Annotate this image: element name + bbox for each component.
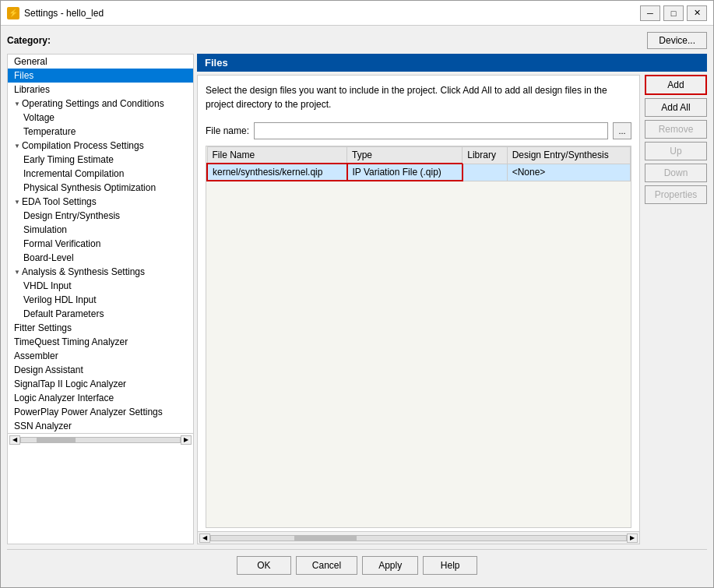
app-icon: ⚡ <box>7 7 19 19</box>
sidebar-item-operating-settings[interactable]: ▼ Operating Settings and Conditions <box>8 97 193 111</box>
up-button[interactable]: Up <box>645 142 707 160</box>
sidebar-scrollbar[interactable]: ◀ ▶ <box>8 433 193 445</box>
add-all-button[interactable]: Add All <box>645 98 707 117</box>
table-row[interactable]: kernel/synthesis/kernel.qip IP Variation… <box>207 164 631 181</box>
cancel-button[interactable]: Cancel <box>296 556 357 575</box>
category-label: Category: <box>7 35 51 46</box>
sidebar-item-files[interactable]: Files <box>8 69 193 83</box>
sidebar-item-formal-verification[interactable]: Formal Verification <box>8 237 193 251</box>
remove-button[interactable]: Remove <box>645 120 707 139</box>
sidebar-item-libraries[interactable]: Libraries <box>8 83 193 97</box>
col-type: Type <box>347 147 463 164</box>
sidebar-item-general[interactable]: General <box>8 55 193 69</box>
sidebar-item-vhdl-input[interactable]: VHDL Input <box>8 279 193 293</box>
add-button[interactable]: Add <box>645 75 707 95</box>
content-area: General Files Libraries ▼ Operating Sett… <box>7 54 707 544</box>
maximize-button[interactable]: □ <box>663 5 684 21</box>
col-design-entry: Design Entry/Synthesis <box>507 147 630 164</box>
help-button[interactable]: Help <box>423 556 477 575</box>
browse-button[interactable]: ... <box>613 122 631 139</box>
sidebar-item-design-assistant[interactable]: Design Assistant <box>8 363 193 377</box>
sidebar-item-fitter-settings[interactable]: Fitter Settings <box>8 321 193 335</box>
settings-window: ⚡ Settings - hello_led ─ □ ✕ Category: D… <box>0 0 714 588</box>
scroll-right-arrow[interactable]: ▶ <box>627 533 638 543</box>
scrollbar-thumb[interactable] <box>37 438 76 442</box>
sidebar: General Files Libraries ▼ Operating Sett… <box>7 54 194 544</box>
sidebar-item-incremental[interactable]: Incremental Compilation <box>8 167 193 181</box>
col-file-name: File Name <box>207 147 347 164</box>
expand-icon: ▼ <box>14 100 20 107</box>
panel-with-buttons: Select the design files you want to incl… <box>197 75 707 544</box>
sidebar-item-assembler[interactable]: Assembler <box>8 349 193 363</box>
sidebar-item-signaltap[interactable]: SignalTap II Logic Analyzer <box>8 377 193 391</box>
expand-icon-analysis: ▼ <box>14 269 20 276</box>
col-library: Library <box>463 147 507 164</box>
files-panel: Select the design files you want to incl… <box>197 75 640 544</box>
file-name-row: File name: ... <box>198 119 639 146</box>
right-buttons-panel: Add Add All Remove Up Down Properties <box>645 75 707 544</box>
close-button[interactable]: ✕ <box>687 5 707 21</box>
scroll-right-btn[interactable]: ▶ <box>181 435 192 445</box>
down-button[interactable]: Down <box>645 164 707 182</box>
files-table: File Name Type Library Design Entry/Synt… <box>206 146 631 181</box>
category-row: Category: Device... <box>7 32 707 49</box>
sidebar-item-early-timing[interactable]: Early Timing Estimate <box>8 153 193 167</box>
minimize-button[interactable]: ─ <box>640 5 660 21</box>
sidebar-item-powerplay[interactable]: PowerPlay Power Analyzer Settings <box>8 405 193 419</box>
files-description: Select the design files you want to incl… <box>198 76 639 119</box>
sidebar-item-simulation[interactable]: Simulation <box>8 223 193 237</box>
cell-design-entry: <None> <box>507 164 630 181</box>
device-button[interactable]: Device... <box>647 32 707 49</box>
h-scrollbar[interactable]: ◀ ▶ <box>198 531 639 544</box>
title-bar: ⚡ Settings - hello_led ─ □ ✕ <box>1 1 713 26</box>
cell-file-name: kernel/synthesis/kernel.qip <box>207 164 347 181</box>
sidebar-item-logic-analyzer[interactable]: Logic Analyzer Interface <box>8 391 193 405</box>
h-scrollbar-track[interactable] <box>210 535 627 541</box>
scrollbar-track[interactable] <box>20 437 181 443</box>
sidebar-item-eda-tool[interactable]: ▼ EDA Tool Settings <box>8 195 193 209</box>
h-scrollbar-thumb[interactable] <box>294 536 357 540</box>
sidebar-item-ssn-analyzer[interactable]: SSN Analyzer <box>8 419 193 433</box>
scroll-left-btn[interactable]: ◀ <box>9 435 20 445</box>
sidebar-item-timequest[interactable]: TimeQuest Timing Analyzer <box>8 335 193 349</box>
sidebar-item-board-level[interactable]: Board-Level <box>8 251 193 265</box>
cell-type: IP Variation File (.qip) <box>347 164 463 181</box>
sidebar-item-design-entry[interactable]: Design Entry/Synthesis <box>8 209 193 223</box>
sidebar-item-compilation-process[interactable]: ▼ Compilation Process Settings <box>8 139 193 153</box>
properties-button[interactable]: Properties <box>645 185 707 204</box>
main-content: Category: Device... General Files Librar… <box>1 26 713 587</box>
file-name-input[interactable] <box>254 122 608 139</box>
expand-icon-eda: ▼ <box>14 199 20 206</box>
scroll-left-arrow[interactable]: ◀ <box>199 533 210 543</box>
sidebar-item-default-params[interactable]: Default Parameters <box>8 307 193 321</box>
cell-library <box>463 164 507 181</box>
file-name-label: File name: <box>206 125 249 136</box>
sidebar-item-verilog-hdl[interactable]: Verilog HDL Input <box>8 293 193 307</box>
expand-icon-compilation: ▼ <box>14 143 20 150</box>
sidebar-item-physical-synth[interactable]: Physical Synthesis Optimization <box>8 181 193 195</box>
files-table-area: File Name Type Library Design Entry/Synt… <box>206 146 631 528</box>
window-controls: ─ □ ✕ <box>640 5 707 21</box>
files-header: Files <box>197 54 707 72</box>
window-title: Settings - hello_led <box>24 8 104 19</box>
sidebar-item-analysis-synthesis[interactable]: ▼ Analysis & Synthesis Settings <box>8 265 193 279</box>
sidebar-item-voltage[interactable]: Voltage <box>8 111 193 125</box>
sidebar-item-temperature[interactable]: Temperature <box>8 125 193 139</box>
ok-button[interactable]: OK <box>237 556 291 575</box>
right-panel: Files Select the design files you want t… <box>197 54 707 544</box>
title-bar-left: ⚡ Settings - hello_led <box>7 7 104 19</box>
bottom-bar: OK Cancel Apply Help <box>7 549 707 581</box>
apply-button[interactable]: Apply <box>362 556 418 575</box>
